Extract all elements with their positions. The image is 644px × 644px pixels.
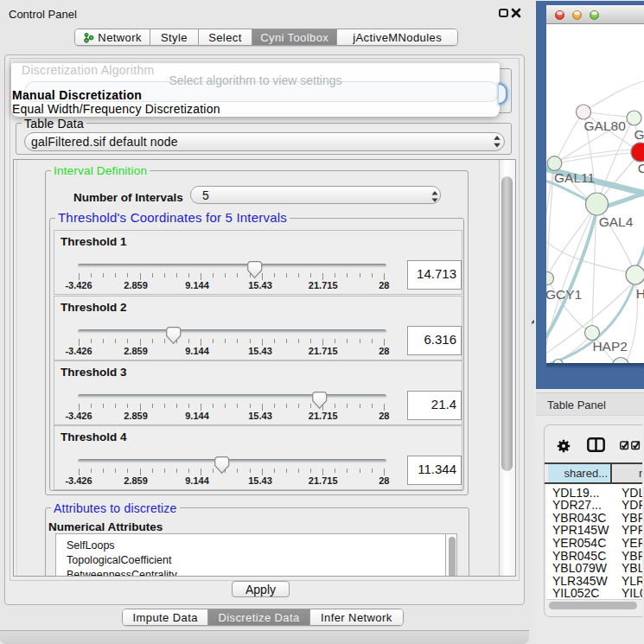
- svg-text:GAL4: GAL4: [599, 214, 634, 229]
- svg-text:GAL11: GAL11: [554, 170, 595, 185]
- svg-text:GCY1: GCY1: [546, 287, 582, 302]
- svg-text:GA: GA: [634, 127, 644, 142]
- svg-text:HI: HI: [636, 286, 644, 301]
- svg-text:GAL80: GAL80: [584, 118, 627, 133]
- svg-text:HAP2: HAP2: [592, 339, 628, 354]
- svg-text:C8: C8: [638, 161, 644, 175]
